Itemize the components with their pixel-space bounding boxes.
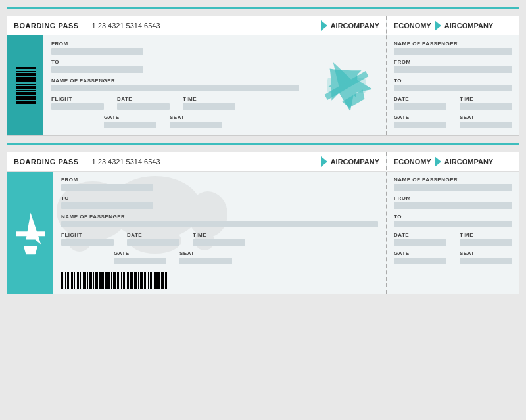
bar xyxy=(97,272,98,289)
stub-date-field-2: DATE xyxy=(394,232,446,246)
flight-label-2: FLIGHT xyxy=(61,232,114,238)
stub-from-field-1: FROM xyxy=(394,59,512,73)
seat-value-1 xyxy=(170,122,222,128)
from-value-2 xyxy=(61,184,153,191)
time-value-1 xyxy=(183,103,235,110)
svg-marker-2 xyxy=(342,90,367,110)
gate-value-2 xyxy=(114,258,166,264)
bar xyxy=(67,272,69,289)
bar xyxy=(76,272,76,289)
bar xyxy=(16,74,36,76)
ticket-stub-2: ECONOMY AIRCOMPANY NAME OF PASSENGER FRO… xyxy=(387,152,519,294)
bar xyxy=(16,83,36,83)
stub-seat-value-2 xyxy=(460,258,512,264)
to-value-1 xyxy=(51,66,143,73)
seat-label-2: SEAT xyxy=(179,250,232,256)
name-label-2: NAME OF PASSENGER xyxy=(61,214,378,220)
bar xyxy=(126,272,126,289)
ticket-header-2: BOARDING PASS 1 23 4321 5314 6543 AIRCOM… xyxy=(7,152,386,172)
stub-to-value-1 xyxy=(394,85,512,91)
gate-value-1 xyxy=(104,122,156,128)
stub-seat-field-1: SEAT xyxy=(460,114,512,128)
stub-dt-row-2: DATE TIME xyxy=(394,232,512,246)
stub-from-label-1: FROM xyxy=(394,59,512,65)
bar xyxy=(95,272,97,289)
stub-fields-1: NAME OF PASSENGER FROM TO DATE TIME xyxy=(387,35,519,135)
from-label-1: FROM xyxy=(51,41,299,47)
stub-header-1: ECONOMY AIRCOMPANY xyxy=(387,16,519,35)
airline-name-1: AIRCOMPANY xyxy=(331,22,379,30)
stub-airline-1: AIRCOMPANY xyxy=(444,22,493,30)
bar xyxy=(114,272,116,289)
bar xyxy=(16,103,36,104)
time-label-2: TIME xyxy=(193,232,245,238)
bar xyxy=(16,101,36,103)
stub-to-value-2 xyxy=(394,221,512,227)
name-field-1: NAME OF PASSENGER xyxy=(51,78,299,91)
date-label-1: DATE xyxy=(117,96,170,102)
bar xyxy=(144,272,146,289)
to-field-1: TO xyxy=(51,59,299,73)
flight-row-2: FLIGHT DATE TIME xyxy=(61,232,378,246)
stub-time-value-2 xyxy=(460,239,512,246)
stub-seat-field-2: SEAT xyxy=(460,250,512,264)
bar xyxy=(105,272,107,289)
stub-airline-2: AIRCOMPANY xyxy=(444,158,493,166)
name-field-2: NAME OF PASSENGER xyxy=(61,214,378,227)
stub-name-field-1: NAME OF PASSENGER xyxy=(394,41,512,55)
from-label-2: FROM xyxy=(61,177,378,183)
ticket-stub-1: ECONOMY AIRCOMPANY NAME OF PASSENGER FRO… xyxy=(387,16,519,135)
flight-field-1: FLIGHT xyxy=(51,96,104,110)
chevron-icon-stub-2 xyxy=(435,156,441,167)
from-field-2: FROM xyxy=(61,177,378,191)
bar xyxy=(99,272,101,289)
bar xyxy=(70,272,70,289)
bar xyxy=(107,272,108,289)
flight-field-2: FLIGHT xyxy=(61,232,114,246)
bar xyxy=(61,272,63,289)
bar xyxy=(130,272,132,289)
name-label-1: NAME OF PASSENGER xyxy=(51,78,299,83)
time-label-1: TIME xyxy=(183,96,235,102)
date-field-1: DATE xyxy=(117,96,170,110)
bar xyxy=(138,272,139,289)
flight-row-1: FLIGHT DATE TIME xyxy=(51,96,299,110)
stub-gs-row-1: GATE SEAT xyxy=(394,114,512,128)
chevron-icon-2 xyxy=(321,156,327,167)
gate-row-1: GATE SEAT xyxy=(51,114,299,128)
bar xyxy=(150,272,152,289)
boarding-pass-title-2: BOARDING PASS xyxy=(14,158,79,166)
airplane-svg-1 xyxy=(317,56,376,115)
stub-date-field-1: DATE xyxy=(394,96,446,110)
stub-gs-row-2: GATE SEAT xyxy=(394,250,512,264)
bar xyxy=(120,272,120,289)
svg-marker-3 xyxy=(26,212,41,244)
stub-from-label-2: FROM xyxy=(394,195,512,201)
top-accent xyxy=(7,7,519,9)
to-value-2 xyxy=(61,202,153,209)
bar xyxy=(80,272,81,289)
bar xyxy=(158,272,160,289)
to-label-2: TO xyxy=(61,195,378,201)
barcode-vertical-1 xyxy=(16,67,36,104)
flight-value-2 xyxy=(61,239,114,246)
stub-from-value-2 xyxy=(394,202,512,209)
seat-field-2: SEAT xyxy=(179,250,232,264)
bar xyxy=(16,77,36,78)
name-value-2 xyxy=(61,221,378,227)
stub-name-field-2: NAME OF PASSENGER xyxy=(394,177,512,191)
bar xyxy=(64,272,64,289)
economy-label-1: ECONOMY xyxy=(394,22,431,30)
ticket-main-2: BOARDING PASS 1 23 4321 5314 6543 AIRCOM… xyxy=(7,152,387,294)
bar xyxy=(101,272,103,289)
stub-seat-label-2: SEAT xyxy=(460,250,512,256)
stub-gate-value-2 xyxy=(394,258,446,264)
stub-date-label-1: DATE xyxy=(394,96,446,102)
bar xyxy=(156,272,158,289)
stub-gate-label-2: GATE xyxy=(394,250,446,256)
stub-gate-label-1: GATE xyxy=(394,114,446,120)
bar xyxy=(108,272,110,289)
bar xyxy=(132,272,133,289)
airline-header-2: AIRCOMPANY xyxy=(321,156,379,167)
bar xyxy=(71,272,73,289)
